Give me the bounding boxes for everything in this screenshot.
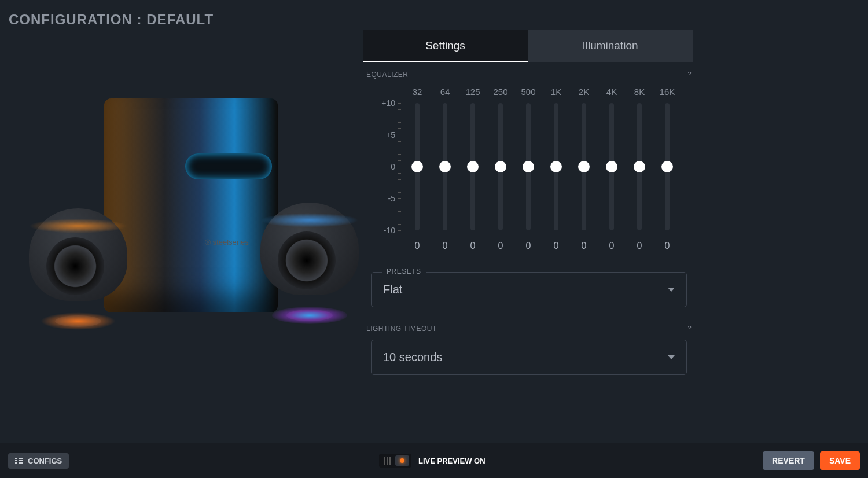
lighting-timeout-select[interactable]: 10 seconds [372,340,686,374]
eq-freq-label: 1K [542,87,570,97]
eq-slider-4k[interactable] [606,161,617,172]
eq-value: 0 [431,241,459,251]
settings-panel: Settings Illumination EQUALIZER ? 32 64 … [363,30,693,375]
list-icon [15,457,23,464]
save-button[interactable]: SAVE [820,451,860,470]
product-illustration: ⦾ steelseries [29,98,353,347]
eq-value: 0 [542,241,570,251]
eq-slider-500[interactable] [523,161,534,172]
lighting-timeout-help-icon[interactable]: ? [687,325,692,332]
presets-box: PRESETS Flat [371,272,687,307]
live-preview-toggle[interactable] [379,454,411,468]
live-preview-label: LIVE PREVIEW ON [418,457,486,465]
eq-slider-8k[interactable] [634,161,645,172]
presets-selected: Flat [383,283,402,296]
chevron-down-icon [668,288,675,292]
lighting-timeout-selected: 10 seconds [383,351,442,364]
eq-scale: +10 +5 0 -5 -10 [369,103,403,230]
eq-slider-1k[interactable] [550,161,562,172]
eq-value: 0 [403,241,431,251]
eq-slider-125[interactable] [467,161,479,172]
eq-slider-32[interactable] [411,161,423,172]
eq-freq-label: 250 [487,87,514,97]
eq-freq-label: 16K [653,87,681,97]
eq-value: 0 [626,241,653,251]
eq-freq-label: 64 [431,87,459,97]
tab-settings[interactable]: Settings [363,30,528,62]
presets-label: PRESETS [382,267,426,275]
eq-slider-64[interactable] [439,161,451,172]
equalizer-label: EQUALIZER ? [366,71,693,79]
presets-select[interactable]: Flat [372,273,686,307]
eq-value: 0 [459,241,487,251]
equalizer-help-icon[interactable]: ? [687,71,692,78]
footer-bar: CONFIGS LIVE PREVIEW ON REVERT SAVE [0,443,868,478]
eq-slider-250[interactable] [495,161,506,172]
tab-illumination[interactable]: Illumination [528,30,693,62]
revert-button[interactable]: REVERT [763,451,814,470]
lighting-timeout-label: LIGHTING TIMEOUT ? [366,325,693,333]
eq-value: 0 [653,241,681,251]
configs-button[interactable]: CONFIGS [8,453,69,469]
eq-value: 0 [514,241,542,251]
eq-freq-label: 500 [514,87,542,97]
eq-slider-2k[interactable] [578,161,590,172]
eq-slider-16k[interactable] [661,161,673,172]
eq-value: 0 [487,241,514,251]
eq-freq-label: 8K [626,87,653,97]
configs-label: CONFIGS [28,457,62,465]
eq-value: 0 [570,241,598,251]
indicator-dot-icon [400,458,404,463]
equalizer: 32 64 125 250 500 1K 2K 4K 8K 16K +10 +5… [363,84,693,258]
page-title: CONFIGURATION : DEFAULT [9,12,214,28]
eq-freq-label: 125 [459,87,487,97]
eq-freq-label: 4K [598,87,626,97]
eq-freq-label: 32 [403,87,431,97]
eq-value: 0 [598,241,626,251]
eq-freq-label: 2K [570,87,598,97]
chevron-down-icon [668,355,675,359]
